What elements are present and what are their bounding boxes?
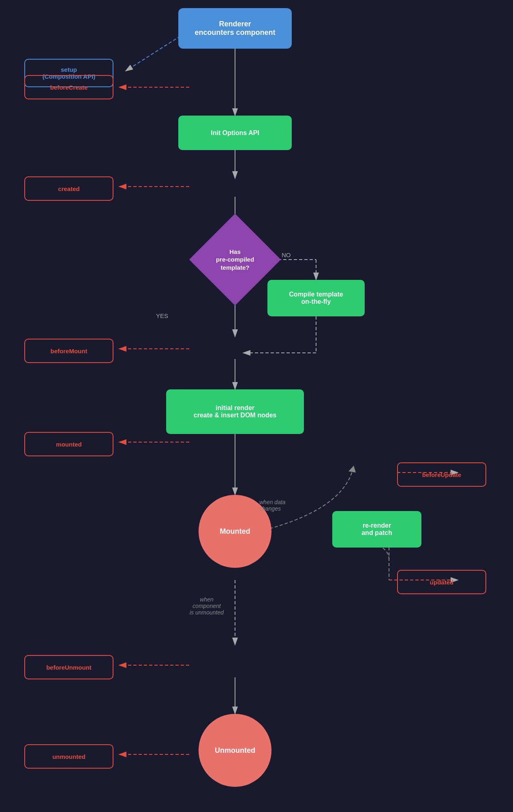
init-options-label: Init Options API [211,129,259,137]
when-data-changes-text: when data changes [259,499,286,512]
before-update-label: beforeUpdate [422,471,462,478]
initial-render-box: initial render create & insert DOM nodes [166,389,304,434]
when-unmounted-label: when component is unmounted [174,596,239,616]
diagram-container: Renderer encounters component setup (Com… [0,0,513,812]
updated-box: updated [397,570,486,594]
before-mount-label: beforeMount [51,348,88,354]
updated-label: updated [430,579,453,586]
yes-label: YES [156,312,168,319]
created-label: created [58,185,79,192]
when-unmounted-text: when component is unmounted [190,596,224,616]
before-update-box: beforeUpdate [397,462,486,487]
renderer-label: Renderer encounters component [195,20,275,37]
mounted-hook-box: mounted [24,432,113,456]
diamond-label: Has pre-compiled template? [216,248,254,272]
before-create-label: beforeCreate [50,84,88,91]
before-mount-box: beforeMount [24,339,113,363]
svg-marker-18 [348,466,356,473]
yes-text: YES [156,312,168,319]
initial-render-label: initial render create & insert DOM nodes [194,404,277,419]
before-unmount-box: beforeUnmount [24,655,113,679]
diamond-text: Has pre-compiled template? [190,233,280,286]
when-data-changes-label: when data changes [259,499,324,512]
no-text: NO [282,251,291,258]
renderer-box: Renderer encounters component [178,8,292,49]
created-box: created [24,176,113,201]
unmounted-circle: Unmounted [199,714,271,787]
unmounted-hook-label: unmounted [52,753,86,760]
unmounted-circle-label: Unmounted [215,746,255,755]
rerender-label: re-render and patch [361,522,392,537]
no-label: NO [282,251,291,258]
mounted-circle-label: Mounted [220,527,250,536]
unmounted-hook-box: unmounted [24,744,113,769]
compile-template-box: Compile template on-the-fly [267,280,365,316]
before-create-box: beforeCreate [24,75,113,99]
rerender-box: re-render and patch [332,511,421,548]
compile-template-label: Compile template on-the-fly [289,291,343,305]
mounted-hook-label: mounted [56,441,81,448]
before-unmount-label: beforeUnmount [46,664,92,671]
init-options-box: Init Options API [178,116,292,150]
